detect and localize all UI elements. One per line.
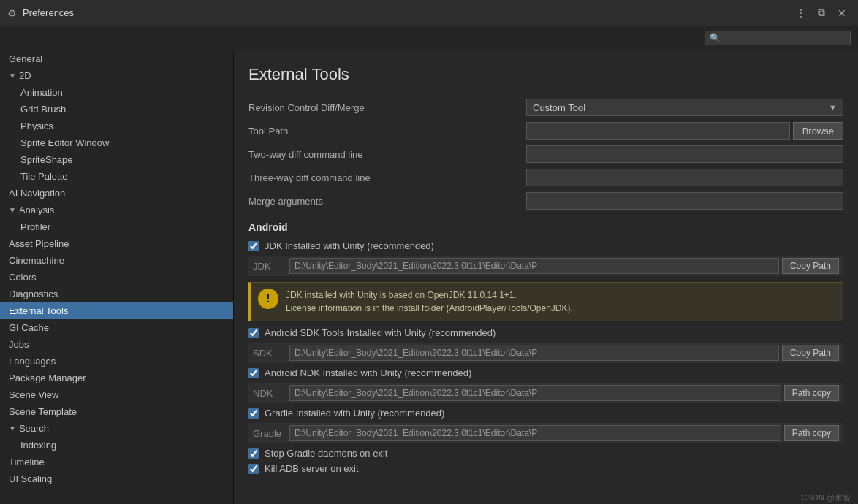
tool-path-row: Tool Path Browse (248, 122, 843, 140)
jdk-checkbox[interactable] (248, 241, 259, 251)
warning-text: JDK installed with Unity is based on Ope… (286, 289, 573, 315)
sidebar-group-2d[interactable]: ▼ 2D (0, 67, 233, 84)
jdk-copy-path-button[interactable]: Copy Path (782, 258, 839, 274)
sidebar-item-timeline[interactable]: Timeline (0, 454, 233, 470)
three-way-diff-input[interactable] (526, 169, 843, 186)
revision-control-row: Revision Control Diff/Merge Custom Tool … (248, 99, 843, 116)
sidebar-item-scene-view[interactable]: Scene View (0, 386, 233, 403)
two-way-diff-control (526, 145, 843, 163)
sidebar-group-analysis[interactable]: ▼ Analysis (0, 202, 233, 218)
three-way-diff-label: Three-way diff command line (248, 172, 526, 183)
more-options-button[interactable]: ⋮ (792, 4, 810, 22)
three-way-diff-control (526, 169, 843, 186)
sidebar-item-animation[interactable]: Animation (0, 84, 233, 101)
gradle-path-row: Gradle D:\Unity\Editor_Body\2021_Edition… (248, 423, 843, 443)
chevron-down-icon: ▼ (9, 424, 16, 432)
revision-control-label: Revision Control Diff/Merge (248, 102, 526, 113)
titlebar-title: Preferences (23, 7, 792, 18)
sdk-path-row: SDK D:\Unity\Editor_Body\2021_Edition\20… (248, 343, 843, 363)
merge-args-control (526, 192, 843, 210)
sidebar-item-general[interactable]: General (0, 50, 233, 67)
sidebar-item-sprite-editor[interactable]: Sprite Editor Window (0, 134, 233, 151)
sidebar-item-indexing[interactable]: Indexing (0, 437, 233, 454)
sidebar-item-scene-template[interactable]: Scene Template (0, 403, 233, 420)
three-way-diff-row: Three-way diff command line (248, 169, 843, 186)
two-way-diff-label: Two-way diff command line (248, 149, 526, 160)
warning-line1: JDK installed with Unity is based on Ope… (286, 289, 573, 302)
sdk-path-value: D:\Unity\Editor_Body\2021_Edition\2022.3… (289, 345, 779, 361)
search-input-wrap: 🔍 (705, 31, 851, 45)
sidebar-item-ai-navigation[interactable]: AI Navigation (0, 185, 233, 202)
tool-path-input[interactable] (526, 122, 790, 140)
search-input[interactable] (724, 33, 846, 43)
merge-args-label: Merge arguments (248, 196, 526, 207)
sidebar-group-search[interactable]: ▼ Search (0, 420, 233, 437)
content-area: External Tools Revision Control Diff/Mer… (234, 50, 858, 504)
sidebar-item-tile-palette[interactable]: Tile Palette (0, 168, 233, 185)
sidebar-item-external-tools[interactable]: External Tools (0, 302, 233, 319)
stop-gradle-row: Stop Gradle daemons on exit (248, 448, 843, 459)
ndk-path-label: NDK (253, 388, 289, 399)
window-controls: ⋮ ⧉ ✕ (792, 4, 851, 22)
sidebar: General ▼ 2D Animation Grid Brush Physic… (0, 50, 234, 504)
jdk-path-value: D:\Unity\Editor_Body\2021_Edition\2022.3… (289, 258, 779, 274)
sidebar-item-grid-brush[interactable]: Grid Brush (0, 101, 233, 118)
sidebar-item-physics[interactable]: Physics (0, 118, 233, 134)
revision-control-select[interactable]: Custom Tool ▼ (526, 99, 843, 116)
sidebar-item-colors[interactable]: Colors (0, 269, 233, 286)
browse-button[interactable]: Browse (793, 122, 843, 140)
revision-control-dropdown[interactable]: Custom Tool ▼ (526, 99, 843, 116)
gradle-copy-path-button[interactable]: Path copy (784, 425, 839, 441)
preferences-icon: ⚙ (7, 7, 17, 19)
close-button[interactable]: ✕ (833, 4, 851, 22)
two-way-diff-input[interactable] (526, 145, 843, 163)
ndk-path-value: D:\Unity\Editor_Body\2021_Edition\2022.3… (289, 385, 781, 401)
jdk-checkbox-label: JDK Installed with Unity (recommended) (265, 240, 434, 251)
kill-adb-row: Kill ADB server on exit (248, 463, 843, 474)
warning-line2: License information is in the install fo… (286, 302, 573, 315)
watermark: CSDN @水智 (802, 492, 851, 503)
sidebar-item-ui-scaling[interactable]: UI Scaling (0, 470, 233, 487)
android-section-header: Android (248, 221, 843, 233)
sidebar-item-spriteshape[interactable]: SpriteShape (0, 151, 233, 168)
jdk-path-label: JDK (253, 261, 289, 272)
page-title: External Tools (248, 65, 843, 84)
sdk-checkbox-label: Android SDK Tools Installed with Unity (… (265, 327, 496, 338)
chevron-down-icon: ▼ (829, 103, 837, 112)
chevron-down-icon: ▼ (9, 206, 16, 214)
dropdown-value: Custom Tool (533, 102, 585, 113)
ndk-copy-path-button[interactable]: Path copy (784, 385, 839, 401)
chevron-down-icon: ▼ (9, 72, 16, 80)
ndk-checkbox-label: Android NDK Installed with Unity (recomm… (265, 367, 471, 378)
gradle-checkbox-label: Gradle Installed with Unity (recommended… (265, 408, 444, 419)
sidebar-item-profiler[interactable]: Profiler (0, 218, 233, 235)
sidebar-item-cinemachine[interactable]: Cinemachine (0, 252, 233, 269)
restore-button[interactable]: ⧉ (813, 4, 830, 22)
sdk-checkbox[interactable] (248, 328, 259, 338)
sidebar-item-gi-cache[interactable]: GI Cache (0, 319, 233, 336)
sidebar-item-jobs[interactable]: Jobs (0, 336, 233, 353)
search-icon: 🔍 (710, 33, 721, 43)
stop-gradle-checkbox[interactable] (248, 448, 259, 459)
sidebar-item-languages[interactable]: Languages (0, 353, 233, 370)
gradle-checkbox[interactable] (248, 408, 259, 419)
sdk-path-label: SDK (253, 348, 289, 359)
merge-args-row: Merge arguments (248, 192, 843, 210)
gradle-checkbox-row: Gradle Installed with Unity (recommended… (248, 408, 843, 419)
merge-args-input[interactable] (526, 192, 843, 210)
two-way-diff-row: Two-way diff command line (248, 145, 843, 163)
sidebar-item-package-manager[interactable]: Package Manager (0, 370, 233, 386)
sidebar-item-diagnostics[interactable]: Diagnostics (0, 286, 233, 302)
kill-adb-checkbox[interactable] (248, 464, 259, 474)
jdk-path-row: JDK D:\Unity\Editor_Body\2021_Edition\20… (248, 256, 843, 276)
ndk-checkbox[interactable] (248, 368, 259, 378)
ndk-checkbox-row: Android NDK Installed with Unity (recomm… (248, 367, 843, 378)
sidebar-item-asset-pipeline[interactable]: Asset Pipeline (0, 235, 233, 252)
sdk-copy-path-button[interactable]: Copy Path (782, 345, 839, 361)
kill-adb-label: Kill ADB server on exit (265, 463, 359, 474)
gradle-path-label: Gradle (253, 428, 289, 439)
ndk-path-row: NDK D:\Unity\Editor_Body\2021_Edition\20… (248, 383, 843, 403)
stop-gradle-label: Stop Gradle daemons on exit (265, 448, 387, 459)
tool-path-control: Browse (526, 122, 843, 140)
warning-icon: ! (258, 289, 278, 309)
